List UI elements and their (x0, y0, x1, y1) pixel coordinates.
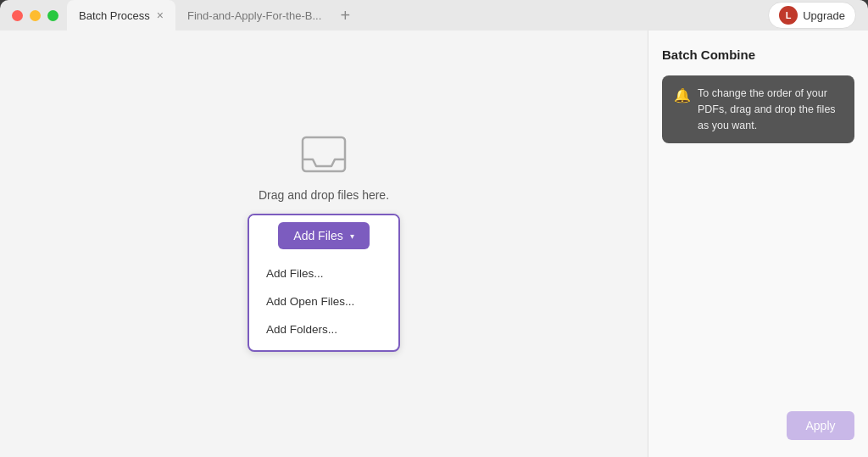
menu-item-add-folders[interactable]: Add Folders... (249, 315, 398, 343)
tab-label: Batch Process (79, 9, 150, 22)
titlebar-right: L Upgrade (768, 2, 868, 29)
info-box: 🔔 To change the order of your PDFs, drag… (662, 75, 854, 143)
menu-item-add-open-files[interactable]: Add Open Files... (249, 287, 398, 315)
user-avatar: L (779, 6, 798, 25)
tab-batch-process[interactable]: Batch Process × (67, 0, 175, 31)
info-text: To change the order of your PDFs, drag a… (698, 86, 843, 133)
drop-text: Drag and drop files here. (259, 188, 389, 202)
main-content: Drag and drop files here. Add Files ▾ Ad… (0, 31, 868, 457)
drop-area: Drag and drop files here. Add Files ▾ Ad… (248, 136, 400, 352)
spacer (662, 157, 854, 398)
close-button[interactable] (12, 10, 23, 21)
maximize-button[interactable] (47, 10, 58, 21)
tab-bar: Batch Process × Find-and-Apply-For-the-B… (67, 0, 768, 31)
traffic-lights (0, 10, 58, 21)
tab-find-apply[interactable]: Find-and-Apply-For-the-B... (175, 0, 333, 31)
add-files-container: Add Files ▾ Add Files... Add Open Files.… (248, 212, 400, 352)
inbox-icon (301, 136, 347, 178)
panel-title: Batch Combine (662, 47, 854, 62)
add-files-label: Add Files (293, 229, 342, 242)
right-panel: Batch Combine 🔔 To change the order of y… (648, 31, 868, 457)
menu-item-add-files[interactable]: Add Files... (249, 259, 398, 287)
titlebar: Batch Process × Find-and-Apply-For-the-B… (0, 0, 868, 31)
upgrade-label: Upgrade (803, 9, 845, 22)
tab-close-icon[interactable]: × (157, 9, 164, 21)
add-files-dropdown: Add Files ▾ Add Files... Add Open Files.… (248, 214, 400, 352)
left-panel: Drag and drop files here. Add Files ▾ Ad… (0, 31, 648, 457)
bell-icon: 🔔 (674, 86, 691, 133)
apply-button[interactable]: Apply (787, 411, 854, 440)
add-files-button[interactable]: Add Files ▾ (278, 222, 369, 249)
minimize-button[interactable] (30, 10, 41, 21)
upgrade-button[interactable]: L Upgrade (768, 2, 856, 29)
dropdown-btn-row: Add Files ▾ (249, 215, 398, 256)
add-tab-button[interactable]: + (333, 3, 357, 27)
dropdown-menu: Add Files... Add Open Files... Add Folde… (249, 256, 398, 350)
tab-label: Find-and-Apply-For-the-B... (187, 9, 321, 22)
dropdown-arrow-icon: ▾ (350, 231, 354, 241)
